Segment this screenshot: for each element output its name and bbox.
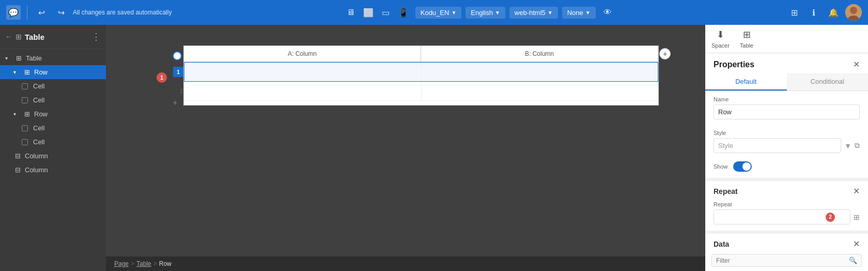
table-panel-label: Table <box>740 42 753 49</box>
sidebar-item-cell-1[interactable]: Cell <box>0 79 106 93</box>
main-layout: ← ⊞ Table ⋮ ▾ ⊞ Table ▾ ⊞ Row Cell <box>0 25 868 271</box>
properties-section: Properties ✕ Default Conditional Name St… <box>705 53 868 178</box>
repeat-input-wrap: 2 <box>714 209 850 224</box>
add-column-button[interactable]: + <box>659 48 671 59</box>
toggle-knob <box>742 162 751 171</box>
redo-button[interactable]: ↪ <box>53 5 69 20</box>
device-mobile-button[interactable]: 📱 <box>396 5 411 20</box>
repeat-field: Repeat 2 ⊞ <box>705 201 868 231</box>
grid-icon[interactable]: ⊞ <box>786 5 802 20</box>
sidebar-item-row-2[interactable]: ▾ ⊞ Row <box>0 107 106 121</box>
data-title: Data <box>714 240 729 248</box>
style-select-chevron: ▼ <box>844 142 851 150</box>
avatar[interactable] <box>845 4 862 21</box>
language-dropdown[interactable]: English ▼ <box>466 7 505 19</box>
sidebar: ← ⊞ Table ⋮ ▾ ⊞ Table ▾ ⊞ Row Cell <box>0 25 106 271</box>
panel-spacer-item[interactable]: ⬇ Spacer <box>711 29 730 49</box>
tab-default[interactable]: Default <box>705 73 787 91</box>
expand-icon: ▾ <box>13 111 20 117</box>
cell-check-icon <box>22 139 28 145</box>
info-icon[interactable]: ℹ <box>806 5 822 20</box>
bell-icon[interactable]: 🔔 <box>826 5 841 20</box>
device-icons: 🖥 ⬜ ▭ 📱 <box>343 5 411 20</box>
expand-icon: ▾ <box>5 55 11 61</box>
show-toggle[interactable] <box>733 161 752 172</box>
repeat-close-button[interactable]: ✕ <box>853 186 860 196</box>
table-panel-icon: ⊞ <box>743 29 751 40</box>
table-row-2[interactable]: 2 <box>184 82 658 101</box>
expand-icon: ▾ <box>13 69 20 75</box>
sidebar-item-cell-4[interactable]: Cell <box>0 135 106 149</box>
filter-input[interactable] <box>716 257 846 264</box>
none-dropdown[interactable]: None ▼ <box>562 7 596 19</box>
table-row-1[interactable]: 1 <box>184 62 658 82</box>
device-tablet-button[interactable]: ▭ <box>378 5 394 20</box>
filter-input-wrap: 🔍 <box>711 254 862 267</box>
select-all-button[interactable] <box>173 51 182 61</box>
panel-table-item[interactable]: ⊞ Table <box>740 29 753 49</box>
sidebar-item-cell-2[interactable]: Cell <box>0 93 106 107</box>
row-number-selected-1: 1 <box>173 67 183 77</box>
back-icon[interactable]: ← <box>5 33 12 41</box>
undo-button[interactable]: ↩ <box>34 5 49 20</box>
cell-check-icon <box>22 83 28 89</box>
tree-label: Table <box>26 54 101 62</box>
tree-label: Cell <box>33 124 101 132</box>
panel-top-icons: ⬇ Spacer ⊞ Table <box>705 25 868 53</box>
right-panel: ⬇ Spacer ⊞ Table Properties ✕ Default Co… <box>705 25 868 271</box>
eye-icon[interactable]: 👁 <box>600 5 615 20</box>
repeat-badge: 2 <box>826 213 835 222</box>
breadcrumb-sep-1: > <box>131 260 134 267</box>
table-header-row: A: Column B: Column + <box>184 46 658 62</box>
topbar: 💬 ↩ ↪ All changes are saved automaticall… <box>0 0 868 25</box>
device-tablet-lg-button[interactable]: ⬜ <box>361 5 376 20</box>
kodu-en-dropdown[interactable]: Kodu_EN ▼ <box>415 7 462 19</box>
row-badge-1: 1 <box>157 72 167 83</box>
style-select-row: Style ▼ ⧉ <box>714 138 860 153</box>
repeat-header: Repeat ✕ <box>705 181 868 201</box>
name-field: Name <box>705 91 868 125</box>
data-close-button[interactable]: ✕ <box>853 239 860 249</box>
tree-label: Cell <box>33 96 101 104</box>
message-icon[interactable]: 💬 <box>6 5 21 20</box>
table-cell-2-a[interactable] <box>184 82 422 100</box>
cell-check-icon <box>22 125 28 131</box>
sidebar-item-row-1[interactable]: ▾ ⊞ Row <box>0 65 106 79</box>
tab-conditional[interactable]: Conditional <box>787 73 869 91</box>
style-copy-icon[interactable]: ⧉ <box>855 141 860 150</box>
table-cell-1-a[interactable] <box>184 63 422 81</box>
column-header-b: B: Column <box>421 46 658 62</box>
sidebar-menu-icon[interactable]: ⋮ <box>91 31 101 42</box>
sidebar-item-table-root[interactable]: ▾ ⊞ Table <box>0 51 106 65</box>
style-select[interactable]: Style <box>714 138 841 153</box>
auto-save-label: All changes are saved automatically <box>73 9 172 16</box>
data-header: Data ✕ <box>705 234 868 254</box>
name-input[interactable] <box>714 104 860 119</box>
table-cell-1-b[interactable] <box>422 63 658 81</box>
sidebar-item-column-1[interactable]: ⊟ Column <box>0 149 106 163</box>
spacer-icon: ⬇ <box>717 29 724 40</box>
spacer-label: Spacer <box>711 42 730 49</box>
repeat-table-icon[interactable]: ⊞ <box>854 213 860 221</box>
sidebar-item-cell-3[interactable]: Cell <box>0 121 106 135</box>
table-widget: A: Column B: Column + 1 <box>183 46 659 106</box>
table-cell-2-b[interactable] <box>422 82 659 100</box>
breadcrumb-page[interactable]: Page <box>114 260 129 267</box>
svg-point-1 <box>850 7 857 14</box>
show-row: Show <box>705 158 868 178</box>
canvas-content: 1 A: Column B: Column + <box>106 25 705 257</box>
properties-close-button[interactable]: ✕ <box>853 59 860 69</box>
repeat-title: Repeat <box>714 187 738 195</box>
device-desktop-button[interactable]: 🖥 <box>343 5 359 20</box>
properties-header: Properties ✕ <box>705 53 868 73</box>
breadcrumb-bar: Page > Table > Row <box>106 257 705 271</box>
framework-dropdown[interactable]: web-html5 ▼ <box>509 7 558 19</box>
breadcrumb-table[interactable]: Table <box>136 260 151 267</box>
add-row-button[interactable]: + <box>184 101 658 105</box>
column-header-a: A: Column <box>184 46 421 62</box>
column-icon: ⊟ <box>13 152 22 160</box>
sidebar-item-column-2[interactable]: ⊟ Column <box>0 163 106 177</box>
tab-row: Default Conditional <box>705 73 868 91</box>
data-section: Data ✕ 🔍 ▼ Contact <box>705 234 868 271</box>
table-row-icon: ⊞ <box>14 54 23 62</box>
